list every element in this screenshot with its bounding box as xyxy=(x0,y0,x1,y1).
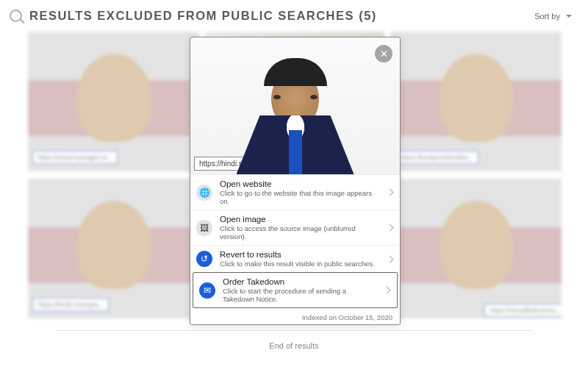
result-detail-modal: ✕ https://hindi.newsgra... 🌐 Open websit… xyxy=(190,37,401,325)
header: RESULTS EXCLUDED FROM PUBLIC SEARCHES (5… xyxy=(0,0,588,32)
action-desc: Click to access the source image (unblur… xyxy=(220,224,380,240)
globe-icon: 🌐 xyxy=(196,185,212,201)
action-title: Order Takedown xyxy=(223,277,377,286)
result-url-chip[interactable]: https://visualbeliummu... xyxy=(484,304,562,317)
action-desc: Click to make this result visible in pub… xyxy=(220,260,380,268)
result-card[interactable]: https://pimpmystage2.w... xyxy=(28,32,199,171)
stamp-icon: ✉ xyxy=(199,282,215,299)
modal-url-chip[interactable]: https://hindi.newsgra... xyxy=(194,157,282,171)
action-desc: Click to start the procedure of sending … xyxy=(223,287,377,303)
action-open-image[interactable]: 🖼 Open image Click to access the source … xyxy=(190,210,400,245)
chevron-right-icon xyxy=(387,255,394,263)
page-title: RESULTS EXCLUDED FROM PUBLIC SEARCHES (5… xyxy=(29,9,377,23)
header-left: RESULTS EXCLUDED FROM PUBLIC SEARCHES (5… xyxy=(10,9,377,23)
action-revert-to-results[interactable]: ↺ Revert to results Click to make this r… xyxy=(190,245,400,272)
result-card[interactable]: https://visualbeliummu... xyxy=(390,179,562,318)
action-open-website[interactable]: 🌐 Open website Click to go to the websit… xyxy=(190,174,400,210)
undo-icon: ↺ xyxy=(196,251,212,267)
sort-by-label: Sort by xyxy=(534,12,560,21)
chevron-right-icon xyxy=(387,224,394,232)
action-title: Open image xyxy=(220,215,380,224)
action-order-takedown[interactable]: ✉ Order Takedown Click to start the proc… xyxy=(193,272,398,308)
action-title: Open website xyxy=(220,179,380,188)
action-title: Revert to results xyxy=(220,250,380,259)
result-card[interactable]: https://hindi.newsgra... xyxy=(28,179,199,318)
divider xyxy=(56,330,532,331)
indexed-date: Indexed on October 15, 2020 xyxy=(190,310,400,324)
chevron-right-icon xyxy=(387,189,394,196)
modal-actions: 🌐 Open website Click to go to the websit… xyxy=(190,174,400,308)
action-desc: Click to go to the website that this ima… xyxy=(220,189,380,205)
image-icon: 🖼 xyxy=(196,220,212,236)
result-url-chip[interactable]: https://hindi.newsgra... xyxy=(32,298,109,311)
result-url-chip[interactable]: https://pimpmystage2.w... xyxy=(32,151,118,164)
search-icon[interactable] xyxy=(10,10,22,22)
sort-by-dropdown[interactable]: Sort by xyxy=(534,12,572,21)
close-icon: ✕ xyxy=(380,49,388,60)
end-of-results-label: End of results xyxy=(28,341,560,350)
result-card[interactable]: https://bestpresidentlist... xyxy=(390,32,562,171)
close-button[interactable]: ✕ xyxy=(375,45,392,63)
chevron-down-icon xyxy=(566,15,572,18)
modal-image: ✕ https://hindi.newsgra... xyxy=(190,38,400,174)
chevron-right-icon xyxy=(384,287,391,294)
result-url-chip[interactable]: https://bestpresidentlist... xyxy=(395,151,478,164)
